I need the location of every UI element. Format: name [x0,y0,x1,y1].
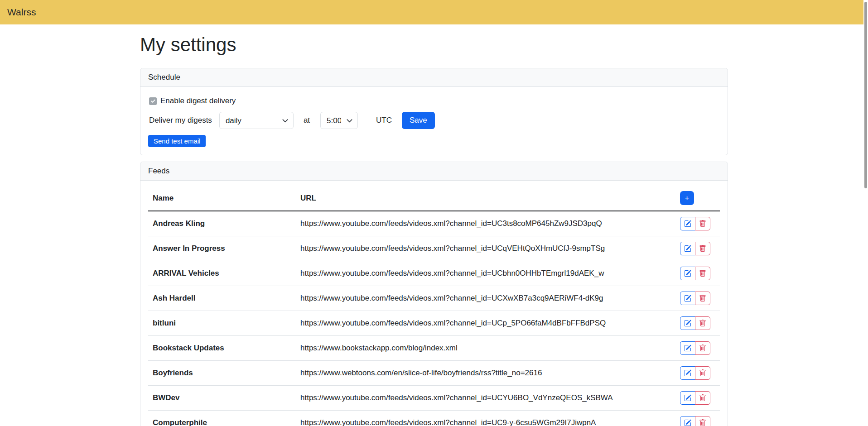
feed-row: BWDev https://www.youtube.com/feeds/vide… [148,386,720,411]
feed-url: https://www.youtube.com/feeds/videos.xml… [296,386,675,411]
feed-row-actions [680,217,715,230]
feed-name: Ash Hardell [148,286,296,311]
feed-row-actions [680,341,715,355]
feed-row: Bookstack Updates https://www.bookstacka… [148,336,720,361]
enable-digest-label[interactable]: Enable digest delivery [160,96,236,105]
feed-url: https://www.youtube.com/feeds/videos.xml… [296,236,675,261]
delete-feed-button[interactable] [695,341,710,355]
check-icon [150,98,156,104]
send-test-email-button[interactable]: Send test email [148,135,206,147]
trash-icon [699,245,706,252]
feed-row: Andreas Kling https://www.youtube.com/fe… [148,211,720,236]
page-title: My settings [140,34,728,56]
column-header-actions: + [675,188,720,211]
pencil-square-icon [684,320,691,327]
feed-row: Ash Hardell https://www.youtube.com/feed… [148,286,720,311]
feeds-card-header: Feeds [140,162,728,181]
feed-row-actions [680,316,715,330]
delete-feed-button[interactable] [695,391,710,405]
edit-feed-button[interactable] [680,391,695,405]
trash-icon [699,369,706,377]
schedule-card-body: Enable digest delivery Deliver my digest… [140,87,728,155]
edit-feed-button[interactable] [680,267,695,280]
frequency-select[interactable]: daily [219,112,294,129]
feed-url: https://www.youtube.com/feeds/videos.xml… [296,411,675,426]
enable-digest-row: Enable digest delivery [149,96,720,105]
top-navbar: Walrss [0,0,868,24]
delete-feed-button[interactable] [695,416,710,426]
feed-name: Andreas Kling [148,211,296,236]
pencil-square-icon [684,220,691,227]
feeds-table-body: Andreas Kling https://www.youtube.com/fe… [148,211,720,426]
pencil-square-icon [684,394,691,402]
timezone-label: UTC [376,116,392,125]
schedule-card-header: Schedule [140,68,728,87]
pencil-square-icon [684,270,691,277]
feeds-card: Feeds Name URL + Andreas Kling https://w… [140,162,728,426]
delete-feed-button[interactable] [695,316,710,330]
delete-feed-button[interactable] [695,292,710,305]
delivery-schedule-row: Deliver my digests daily at 5:00 UTC Sav… [149,112,720,129]
edit-feed-button[interactable] [680,366,695,380]
add-feed-button[interactable]: + [680,191,694,205]
feed-row: ARRIVAL Vehicles https://www.youtube.com… [148,261,720,286]
feed-name: Answer In Progress [148,236,296,261]
feed-row: Answer In Progress https://www.youtube.c… [148,236,720,261]
column-header-name: Name [148,188,296,211]
feeds-table-header-row: Name URL + [148,188,720,211]
feeds-table: Name URL + Andreas Kling https://www.you… [148,188,720,426]
feed-row-actions [680,267,715,280]
trash-icon [699,270,706,277]
feed-name: Computerphile [148,411,296,426]
trash-icon [699,295,706,302]
feed-row: Boyfriends https://www.webtoons.com/en/s… [148,361,720,386]
pencil-square-icon [684,345,691,352]
save-button[interactable]: Save [402,112,435,129]
settings-page: My settings Schedule Enable digest deliv… [140,34,728,426]
enable-digest-checkbox[interactable] [149,97,157,105]
trash-icon [699,345,706,352]
delete-feed-button[interactable] [695,217,710,230]
app-brand[interactable]: Walrss [7,7,36,18]
feed-row: Computerphile https://www.youtube.com/fe… [148,411,720,426]
feed-name: bitluni [148,311,296,336]
feed-name: ARRIVAL Vehicles [148,261,296,286]
deliver-label: Deliver my digests [149,116,212,125]
feed-row: bitluni https://www.youtube.com/feeds/vi… [148,311,720,336]
column-header-url: URL [296,188,675,211]
feed-url: https://www.bookstackapp.com/blog/index.… [296,336,675,361]
edit-feed-button[interactable] [680,292,695,305]
trash-icon [699,220,706,227]
edit-feed-button[interactable] [680,416,695,426]
schedule-card: Schedule Enable digest delivery Deliver … [140,68,728,155]
feed-url: https://www.youtube.com/feeds/videos.xml… [296,311,675,336]
feed-url: https://www.youtube.com/feeds/videos.xml… [296,211,675,236]
trash-icon [699,394,706,402]
pencil-square-icon [684,295,691,302]
edit-feed-button[interactable] [680,242,695,255]
feed-row-actions [680,242,715,255]
delete-feed-button[interactable] [695,267,710,280]
delete-feed-button[interactable] [695,242,710,255]
delete-feed-button[interactable] [695,366,710,380]
time-select[interactable]: 5:00 [320,112,358,129]
feed-url: https://www.youtube.com/feeds/videos.xml… [296,286,675,311]
pencil-square-icon [684,369,691,377]
feed-name: Bookstack Updates [148,336,296,361]
scrollbar-thumb[interactable] [864,2,867,188]
trash-icon [699,320,706,327]
feed-name: Boyfriends [148,361,296,386]
feed-url: https://www.webtoons.com/en/slice-of-lif… [296,361,675,386]
feed-row-actions [680,416,715,426]
edit-feed-button[interactable] [680,316,695,330]
page-scrollbar [863,0,868,426]
edit-feed-button[interactable] [680,341,695,355]
feed-url: https://www.youtube.com/feeds/videos.xml… [296,261,675,286]
time-select-wrap: 5:00 [320,112,358,129]
feed-row-actions [680,391,715,405]
edit-feed-button[interactable] [680,217,695,230]
trash-icon [699,419,706,426]
pencil-square-icon [684,419,691,426]
frequency-select-wrap: daily [219,112,294,129]
feeds-card-body: Name URL + Andreas Kling https://www.you… [140,181,728,426]
